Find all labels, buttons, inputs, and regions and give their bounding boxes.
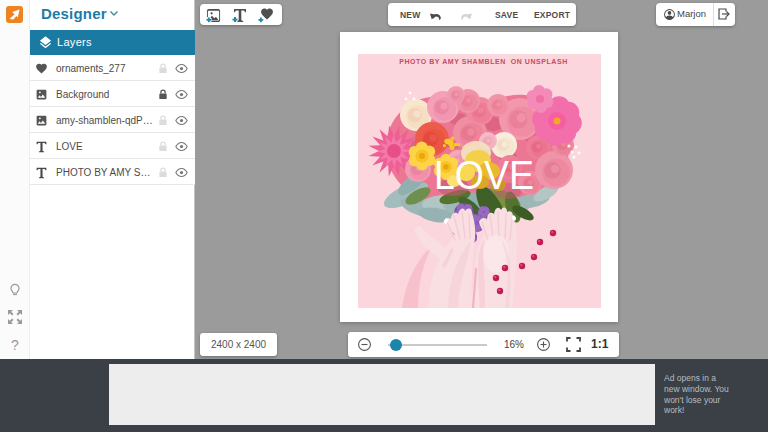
svg-text:LOVE: LOVE — [434, 153, 534, 197]
